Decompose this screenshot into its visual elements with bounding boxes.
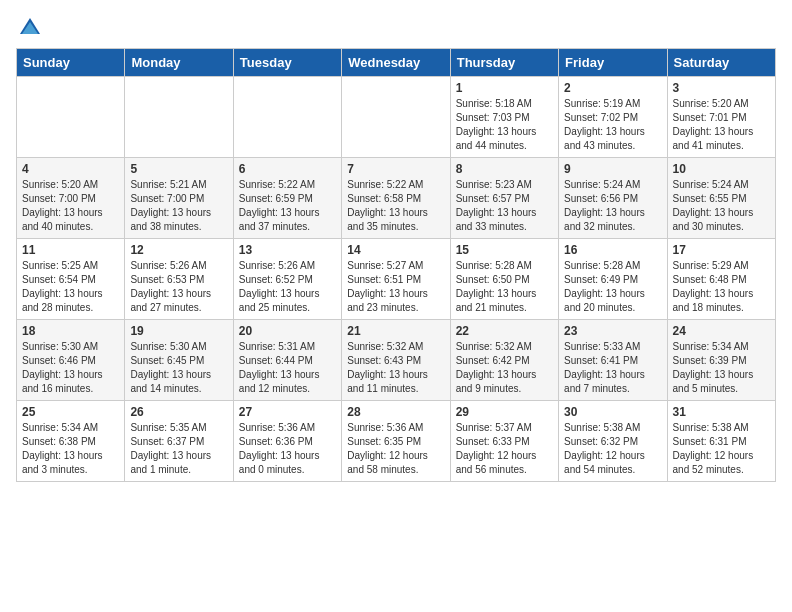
calendar-cell: 5Sunrise: 5:21 AM Sunset: 7:00 PM Daylig… [125,158,233,239]
header [16,16,776,40]
calendar-cell: 4Sunrise: 5:20 AM Sunset: 7:00 PM Daylig… [17,158,125,239]
day-number: 26 [130,405,227,419]
day-number: 10 [673,162,770,176]
day-header-saturday: Saturday [667,49,775,77]
calendar-week-3: 11Sunrise: 5:25 AM Sunset: 6:54 PM Dayli… [17,239,776,320]
day-info: Sunrise: 5:22 AM Sunset: 6:59 PM Dayligh… [239,178,336,234]
day-info: Sunrise: 5:31 AM Sunset: 6:44 PM Dayligh… [239,340,336,396]
day-number: 16 [564,243,661,257]
calendar-cell: 3Sunrise: 5:20 AM Sunset: 7:01 PM Daylig… [667,77,775,158]
day-number: 13 [239,243,336,257]
day-header-monday: Monday [125,49,233,77]
day-info: Sunrise: 5:21 AM Sunset: 7:00 PM Dayligh… [130,178,227,234]
day-number: 9 [564,162,661,176]
day-number: 3 [673,81,770,95]
day-header-tuesday: Tuesday [233,49,341,77]
day-info: Sunrise: 5:30 AM Sunset: 6:46 PM Dayligh… [22,340,119,396]
day-info: Sunrise: 5:38 AM Sunset: 6:31 PM Dayligh… [673,421,770,477]
calendar-cell: 22Sunrise: 5:32 AM Sunset: 6:42 PM Dayli… [450,320,558,401]
day-number: 29 [456,405,553,419]
calendar-cell: 8Sunrise: 5:23 AM Sunset: 6:57 PM Daylig… [450,158,558,239]
calendar-cell: 19Sunrise: 5:30 AM Sunset: 6:45 PM Dayli… [125,320,233,401]
calendar-cell [17,77,125,158]
calendar-cell: 10Sunrise: 5:24 AM Sunset: 6:55 PM Dayli… [667,158,775,239]
calendar-cell: 13Sunrise: 5:26 AM Sunset: 6:52 PM Dayli… [233,239,341,320]
calendar-cell [125,77,233,158]
day-info: Sunrise: 5:34 AM Sunset: 6:38 PM Dayligh… [22,421,119,477]
calendar-header-row: SundayMondayTuesdayWednesdayThursdayFrid… [17,49,776,77]
day-number: 20 [239,324,336,338]
day-info: Sunrise: 5:18 AM Sunset: 7:03 PM Dayligh… [456,97,553,153]
calendar-cell: 2Sunrise: 5:19 AM Sunset: 7:02 PM Daylig… [559,77,667,158]
calendar-cell: 25Sunrise: 5:34 AM Sunset: 6:38 PM Dayli… [17,401,125,482]
day-header-friday: Friday [559,49,667,77]
calendar-cell: 29Sunrise: 5:37 AM Sunset: 6:33 PM Dayli… [450,401,558,482]
calendar-cell: 7Sunrise: 5:22 AM Sunset: 6:58 PM Daylig… [342,158,450,239]
calendar-cell: 30Sunrise: 5:38 AM Sunset: 6:32 PM Dayli… [559,401,667,482]
calendar-cell: 11Sunrise: 5:25 AM Sunset: 6:54 PM Dayli… [17,239,125,320]
day-number: 8 [456,162,553,176]
day-info: Sunrise: 5:28 AM Sunset: 6:49 PM Dayligh… [564,259,661,315]
day-info: Sunrise: 5:29 AM Sunset: 6:48 PM Dayligh… [673,259,770,315]
day-info: Sunrise: 5:32 AM Sunset: 6:42 PM Dayligh… [456,340,553,396]
calendar-cell: 16Sunrise: 5:28 AM Sunset: 6:49 PM Dayli… [559,239,667,320]
day-number: 2 [564,81,661,95]
day-number: 12 [130,243,227,257]
day-number: 22 [456,324,553,338]
calendar-cell: 18Sunrise: 5:30 AM Sunset: 6:46 PM Dayli… [17,320,125,401]
calendar-cell: 1Sunrise: 5:18 AM Sunset: 7:03 PM Daylig… [450,77,558,158]
day-number: 21 [347,324,444,338]
day-number: 6 [239,162,336,176]
day-info: Sunrise: 5:26 AM Sunset: 6:52 PM Dayligh… [239,259,336,315]
day-number: 30 [564,405,661,419]
day-info: Sunrise: 5:19 AM Sunset: 7:02 PM Dayligh… [564,97,661,153]
day-info: Sunrise: 5:20 AM Sunset: 7:00 PM Dayligh… [22,178,119,234]
day-number: 5 [130,162,227,176]
calendar-week-5: 25Sunrise: 5:34 AM Sunset: 6:38 PM Dayli… [17,401,776,482]
calendar-cell: 21Sunrise: 5:32 AM Sunset: 6:43 PM Dayli… [342,320,450,401]
day-info: Sunrise: 5:26 AM Sunset: 6:53 PM Dayligh… [130,259,227,315]
day-info: Sunrise: 5:36 AM Sunset: 6:36 PM Dayligh… [239,421,336,477]
calendar-cell: 15Sunrise: 5:28 AM Sunset: 6:50 PM Dayli… [450,239,558,320]
calendar-week-2: 4Sunrise: 5:20 AM Sunset: 7:00 PM Daylig… [17,158,776,239]
calendar-cell: 17Sunrise: 5:29 AM Sunset: 6:48 PM Dayli… [667,239,775,320]
day-number: 14 [347,243,444,257]
day-info: Sunrise: 5:25 AM Sunset: 6:54 PM Dayligh… [22,259,119,315]
calendar-cell: 28Sunrise: 5:36 AM Sunset: 6:35 PM Dayli… [342,401,450,482]
day-info: Sunrise: 5:30 AM Sunset: 6:45 PM Dayligh… [130,340,227,396]
calendar-cell: 14Sunrise: 5:27 AM Sunset: 6:51 PM Dayli… [342,239,450,320]
day-number: 4 [22,162,119,176]
calendar-cell: 31Sunrise: 5:38 AM Sunset: 6:31 PM Dayli… [667,401,775,482]
day-number: 23 [564,324,661,338]
day-header-thursday: Thursday [450,49,558,77]
day-number: 1 [456,81,553,95]
day-info: Sunrise: 5:28 AM Sunset: 6:50 PM Dayligh… [456,259,553,315]
day-number: 18 [22,324,119,338]
day-info: Sunrise: 5:32 AM Sunset: 6:43 PM Dayligh… [347,340,444,396]
day-info: Sunrise: 5:35 AM Sunset: 6:37 PM Dayligh… [130,421,227,477]
day-number: 15 [456,243,553,257]
day-number: 24 [673,324,770,338]
day-number: 17 [673,243,770,257]
day-number: 28 [347,405,444,419]
day-number: 7 [347,162,444,176]
day-info: Sunrise: 5:22 AM Sunset: 6:58 PM Dayligh… [347,178,444,234]
day-info: Sunrise: 5:36 AM Sunset: 6:35 PM Dayligh… [347,421,444,477]
day-number: 25 [22,405,119,419]
day-number: 11 [22,243,119,257]
day-info: Sunrise: 5:34 AM Sunset: 6:39 PM Dayligh… [673,340,770,396]
day-info: Sunrise: 5:20 AM Sunset: 7:01 PM Dayligh… [673,97,770,153]
calendar-cell: 12Sunrise: 5:26 AM Sunset: 6:53 PM Dayli… [125,239,233,320]
calendar-cell [342,77,450,158]
calendar-cell: 27Sunrise: 5:36 AM Sunset: 6:36 PM Dayli… [233,401,341,482]
calendar-cell: 6Sunrise: 5:22 AM Sunset: 6:59 PM Daylig… [233,158,341,239]
day-header-wednesday: Wednesday [342,49,450,77]
day-number: 31 [673,405,770,419]
day-info: Sunrise: 5:24 AM Sunset: 6:55 PM Dayligh… [673,178,770,234]
calendar-cell: 20Sunrise: 5:31 AM Sunset: 6:44 PM Dayli… [233,320,341,401]
calendar-cell: 23Sunrise: 5:33 AM Sunset: 6:41 PM Dayli… [559,320,667,401]
day-info: Sunrise: 5:23 AM Sunset: 6:57 PM Dayligh… [456,178,553,234]
logo-icon [18,16,42,40]
day-header-sunday: Sunday [17,49,125,77]
logo [16,16,42,40]
